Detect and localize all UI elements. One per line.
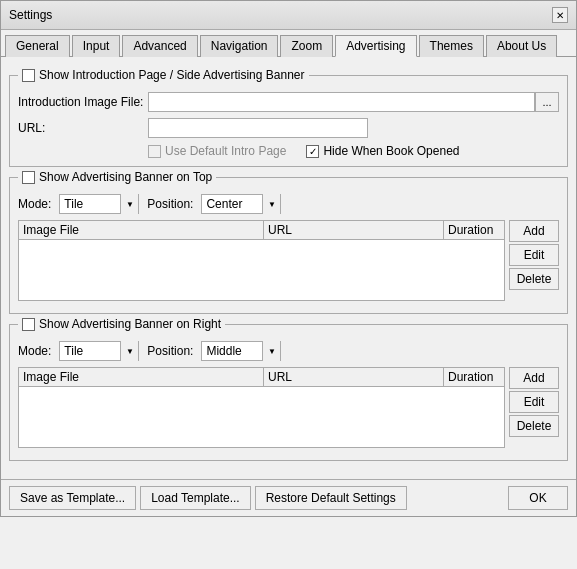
banner-top-add-button[interactable]: Add (509, 220, 559, 242)
url-input[interactable] (148, 118, 368, 138)
banner-top-delete-button[interactable]: Delete (509, 268, 559, 290)
banner-right-mode-label: Mode: (18, 344, 51, 358)
banner-right-delete-button[interactable]: Delete (509, 415, 559, 437)
use-default-label: Use Default Intro Page (165, 144, 286, 158)
banner-right-mode-row: Mode: Tile ▼ Position: Middle ▼ (18, 341, 559, 361)
load-template-button[interactable]: Load Template... (140, 486, 251, 510)
banner-top-position-label: Position: (147, 197, 193, 211)
banner-right-table-body (19, 387, 504, 447)
banner-top-table-body (19, 240, 504, 300)
banner-top-mode-value: Tile (60, 197, 120, 211)
banner-right-position-select[interactable]: Middle ▼ (201, 341, 281, 361)
banner-top-mode-select[interactable]: Tile ▼ (59, 194, 139, 214)
banner-right-edit-button[interactable]: Edit (509, 391, 559, 413)
banner-top-position-select[interactable]: Center ▼ (201, 194, 281, 214)
banner-right-mode-select[interactable]: Tile ▼ (59, 341, 139, 361)
banner-top-mode-row: Mode: Tile ▼ Position: Center ▼ (18, 194, 559, 214)
tab-navigation[interactable]: Navigation (200, 35, 279, 57)
banner-right-col-duration: Duration (444, 368, 504, 386)
banner-right-col-file: Image File (19, 368, 264, 386)
banner-right-group: Show Advertising Banner on Right Mode: T… (9, 324, 568, 461)
banner-top-table-wrapper: Image File URL Duration (18, 220, 505, 305)
banner-right-table-buttons: Add Edit Delete (509, 367, 559, 452)
banner-top-table: Image File URL Duration (18, 220, 505, 301)
tab-themes[interactable]: Themes (419, 35, 484, 57)
tab-input[interactable]: Input (72, 35, 121, 57)
image-file-label: Introduction Image File: (18, 95, 148, 109)
use-default-checkbox (148, 145, 161, 158)
options-row: Use Default Intro Page ✓ Hide When Book … (148, 144, 559, 158)
banner-right-position-label: Position: (147, 344, 193, 358)
save-template-button[interactable]: Save as Template... (9, 486, 136, 510)
image-file-row: Introduction Image File: ... (18, 92, 559, 112)
window-title: Settings (9, 8, 52, 22)
banner-top-position-value: Center (202, 197, 262, 211)
tab-aboutus[interactable]: About Us (486, 35, 557, 57)
tab-general[interactable]: General (5, 35, 70, 57)
tabs-container: General Input Advanced Navigation Zoom A… (1, 30, 576, 57)
hide-when-option: ✓ Hide When Book Opened (306, 144, 459, 158)
image-file-input[interactable] (148, 92, 535, 112)
tab-advertising[interactable]: Advertising (335, 35, 416, 57)
bottom-bar: Save as Template... Load Template... Res… (1, 479, 576, 516)
tab-zoom[interactable]: Zoom (280, 35, 333, 57)
intro-section-checkbox[interactable] (22, 69, 35, 82)
hide-when-label: Hide When Book Opened (323, 144, 459, 158)
banner-right-position-arrow-icon: ▼ (268, 347, 276, 356)
banner-right-mode-value: Tile (60, 344, 120, 358)
banner-top-table-buttons: Add Edit Delete (509, 220, 559, 305)
banner-right-table: Image File URL Duration (18, 367, 505, 448)
banner-top-mode-label: Mode: (18, 197, 51, 211)
banner-right-mode-arrow-icon: ▼ (126, 347, 134, 356)
banner-top-table-with-buttons: Image File URL Duration Add Edit Delete (18, 220, 559, 305)
banner-right-legend-text: Show Advertising Banner on Right (39, 317, 221, 331)
banner-right-table-header: Image File URL Duration (19, 368, 504, 387)
hide-when-checkbox[interactable]: ✓ (306, 145, 319, 158)
intro-section-legend-text: Show Introduction Page / Side Advertisin… (39, 68, 305, 82)
banner-top-mode-arrow[interactable]: ▼ (120, 194, 138, 214)
bottom-buttons-left: Save as Template... Load Template... Res… (9, 486, 407, 510)
banner-right-position-value: Middle (202, 344, 262, 358)
intro-section-legend: Show Introduction Page / Side Advertisin… (18, 68, 309, 82)
banner-top-legend-text: Show Advertising Banner on Top (39, 170, 212, 184)
banner-top-col-file: Image File (19, 221, 264, 239)
banner-right-col-url: URL (264, 368, 444, 386)
intro-section-group: Show Introduction Page / Side Advertisin… (9, 75, 568, 167)
banner-top-group: Show Advertising Banner on Top Mode: Til… (9, 177, 568, 314)
banner-top-col-url: URL (264, 221, 444, 239)
banner-right-add-button[interactable]: Add (509, 367, 559, 389)
use-default-option: Use Default Intro Page (148, 144, 286, 158)
browse-button[interactable]: ... (535, 92, 559, 112)
banner-top-table-header: Image File URL Duration (19, 221, 504, 240)
close-button[interactable]: ✕ (552, 7, 568, 23)
ok-button[interactable]: OK (508, 486, 568, 510)
settings-window: Settings ✕ General Input Advanced Naviga… (0, 0, 577, 517)
banner-right-table-with-buttons: Image File URL Duration Add Edit Delete (18, 367, 559, 452)
restore-default-button[interactable]: Restore Default Settings (255, 486, 407, 510)
banner-top-checkbox[interactable] (22, 171, 35, 184)
title-bar: Settings ✕ (1, 1, 576, 30)
content-area: Show Introduction Page / Side Advertisin… (1, 57, 576, 479)
banner-top-mode-arrow-icon: ▼ (126, 200, 134, 209)
banner-right-position-arrow[interactable]: ▼ (262, 341, 280, 361)
banner-top-legend: Show Advertising Banner on Top (18, 170, 216, 184)
tab-advanced[interactable]: Advanced (122, 35, 197, 57)
banner-top-position-arrow-icon: ▼ (268, 200, 276, 209)
banner-top-position-arrow[interactable]: ▼ (262, 194, 280, 214)
url-row: URL: (18, 118, 559, 138)
url-label: URL: (18, 121, 148, 135)
banner-top-col-duration: Duration (444, 221, 504, 239)
banner-right-legend: Show Advertising Banner on Right (18, 317, 225, 331)
banner-right-mode-arrow[interactable]: ▼ (120, 341, 138, 361)
banner-right-checkbox[interactable] (22, 318, 35, 331)
banner-right-table-wrapper: Image File URL Duration (18, 367, 505, 452)
banner-top-edit-button[interactable]: Edit (509, 244, 559, 266)
